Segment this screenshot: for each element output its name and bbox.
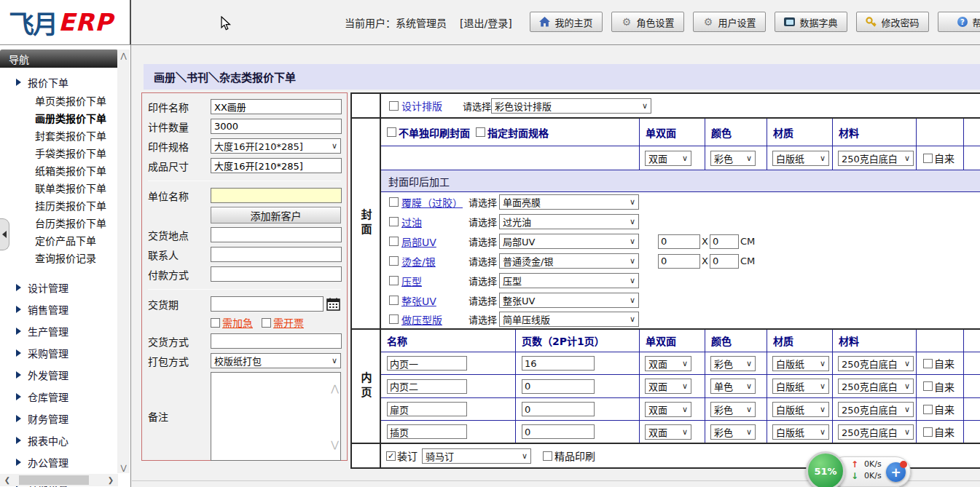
sidebar-item-envelope-quote[interactable]: 封套类报价下单 [0,127,118,144]
my-homepage-button[interactable]: 我的主页 [530,12,603,32]
spot-uv-width-input[interactable] [658,234,700,249]
sidebar-item-carton-quote[interactable]: 纸箱类报价下单 [0,162,118,179]
foil-height-input[interactable] [710,254,739,269]
delivery-method-input[interactable] [211,333,342,349]
full-uv-select[interactable]: 整张UV∨ [499,293,639,308]
specify-cover-spec-checkbox[interactable] [476,127,485,137]
inner-own-material-checkbox[interactable] [923,405,933,414]
calendar-icon[interactable] [326,298,340,311]
inner-texture-select[interactable]: 白版纸∨ [772,424,829,440]
lamination-checkbox[interactable] [389,197,399,207]
company-input[interactable] [211,188,342,203]
contact-input[interactable] [211,247,342,262]
invoice-checkbox[interactable] [262,318,271,328]
sidebar-group-outsourcing[interactable]: 外发管理 [0,364,118,386]
design-layout-checkbox[interactable] [389,101,399,111]
delivery-place-input[interactable] [211,227,342,242]
embossing-checkbox[interactable] [389,276,399,285]
logout-login-link[interactable]: [退出/登录] [460,15,512,30]
inner-pages-input[interactable] [522,424,595,439]
varnish-checkbox[interactable] [389,217,399,226]
no-separate-cover-checkbox[interactable] [387,127,396,137]
inner-own-material-checkbox[interactable] [923,381,933,391]
sidebar-group-office[interactable]: 办公管理 [0,451,118,473]
lamination-select[interactable]: 单面亮膜∨ [499,194,639,210]
sidebar-collapse-handle[interactable] [0,218,9,250]
sidebar-item-desk-calendar-quote[interactable]: 台历类报价下单 [0,214,118,231]
embossing-select[interactable]: 压型∨ [499,273,639,288]
die-plate-select[interactable]: 简单压线版∨ [499,312,639,327]
varnish-select[interactable]: 过光油∨ [499,214,639,229]
inner-sides-select[interactable]: 双面∨ [645,402,691,417]
role-settings-button[interactable]: ⚙ 角色设置 [611,12,684,32]
sidebar-item-form-quote[interactable]: 联单类报价下单 [0,179,118,197]
foil-select[interactable]: 普通烫金/银∨ [499,253,639,269]
help-button[interactable]: ? 帮助 [938,12,980,32]
scrollbar-thumb[interactable] [19,475,89,485]
inner-material-select[interactable]: 250克白底白∨ [838,402,914,417]
inner-pages-input[interactable] [522,379,595,394]
change-password-button[interactable]: 修改密码 [856,12,929,32]
sidebar-item-handbag-quote[interactable]: 手袋类报价下单 [0,144,118,162]
cover-sides-select[interactable]: 双面∨ [645,151,691,166]
sidebar-item-query-quote-records[interactable]: 查询报价记录 [0,249,118,266]
sidebar-item-fixed-price-order[interactable]: 定价产品下单 [0,231,118,249]
inner-color-select[interactable]: 彩色∨ [710,402,756,417]
inner-name-input[interactable] [387,402,467,416]
progress-badge[interactable]: 51% [806,451,845,487]
quantity-input[interactable] [211,119,342,134]
add-customer-button[interactable]: 添加新客户 [211,207,341,223]
sidebar-horizontal-scrollbar[interactable]: ❮ ❯ [0,474,118,486]
spot-uv-height-input[interactable] [710,234,739,249]
sidebar-vertical-scrollbar[interactable]: ⋀ ⋁ [117,50,130,473]
sidebar-group-finance[interactable]: 财务管理 [0,408,118,429]
data-dictionary-button[interactable]: 数据字典 [775,12,847,32]
cover-material-select[interactable]: 250克白底白∨ [838,151,914,166]
inner-own-material-checkbox[interactable] [923,359,933,368]
inner-name-input[interactable] [387,424,467,439]
widget-plus-button[interactable]: + [886,462,906,482]
inner-texture-select[interactable]: 白版纸∨ [772,379,829,394]
die-plate-checkbox[interactable] [389,314,399,324]
cover-texture-select[interactable]: 白版纸∨ [772,151,829,166]
spot-uv-select[interactable]: 局部UV∨ [499,234,639,249]
inner-texture-select[interactable]: 白版纸∨ [772,402,829,417]
remark-textarea[interactable]: ⋀ ⋁ [211,372,341,461]
binding-select[interactable]: 骑马订∨ [422,448,531,464]
inner-material-select[interactable]: 250克白底白∨ [838,356,914,371]
scroll-down-icon[interactable]: ⋁ [117,462,130,473]
spot-uv-checkbox[interactable] [389,237,399,246]
inner-name-input[interactable] [387,379,467,394]
packing-select[interactable]: 校版纸打包 ∨ [211,353,341,368]
inner-sides-select[interactable]: 双面∨ [645,356,691,371]
finished-size-input[interactable] [211,158,342,173]
inner-pages-input[interactable] [522,356,595,371]
sidebar-group-design[interactable]: 设计管理 [0,277,118,298]
inner-color-select[interactable]: 彩色∨ [710,356,756,371]
spec-select[interactable]: 大度16开[210*285] ∨ [211,138,341,154]
cover-own-material-checkbox[interactable] [923,154,933,163]
sidebar-item-album-quote[interactable]: 画册类报价下单 [0,109,118,127]
sidebar-group-reports[interactable]: 报表中心 [0,429,118,451]
scroll-down-icon[interactable]: ⋁ [331,439,339,450]
sidebar-group-quote-order[interactable]: 报价下单 [0,73,118,92]
inner-own-material-checkbox[interactable] [923,427,933,437]
premium-print-checkbox[interactable] [543,451,552,461]
sidebar-group-production[interactable]: 生产管理 [0,320,118,342]
inner-sides-select[interactable]: 双面∨ [645,424,691,440]
inner-texture-select[interactable]: 白版纸∨ [772,356,829,371]
user-settings-button[interactable]: ⚙ 用户设置 [693,12,766,32]
sidebar-group-sales[interactable]: 销售管理 [0,298,118,320]
scroll-up-icon[interactable]: ⋀ [331,383,339,394]
inner-material-select[interactable]: 250克白底白∨ [838,424,914,440]
print-name-input[interactable] [211,99,342,114]
inner-sides-select[interactable]: 双面∨ [645,379,691,394]
inner-color-select[interactable]: 彩色∨ [710,424,756,440]
inner-color-select[interactable]: 单色∨ [710,379,756,394]
scroll-left-icon[interactable]: ❮ [1,474,13,486]
binding-checkbox[interactable]: ✓ [386,451,396,461]
delivery-date-input[interactable] [211,296,324,312]
foil-checkbox[interactable] [389,256,399,266]
network-monitor-widget[interactable]: 51% ↑ 0K/s ↓ 0K/s + [804,450,921,487]
sidebar-group-warehouse[interactable]: 仓库管理 [0,386,118,408]
